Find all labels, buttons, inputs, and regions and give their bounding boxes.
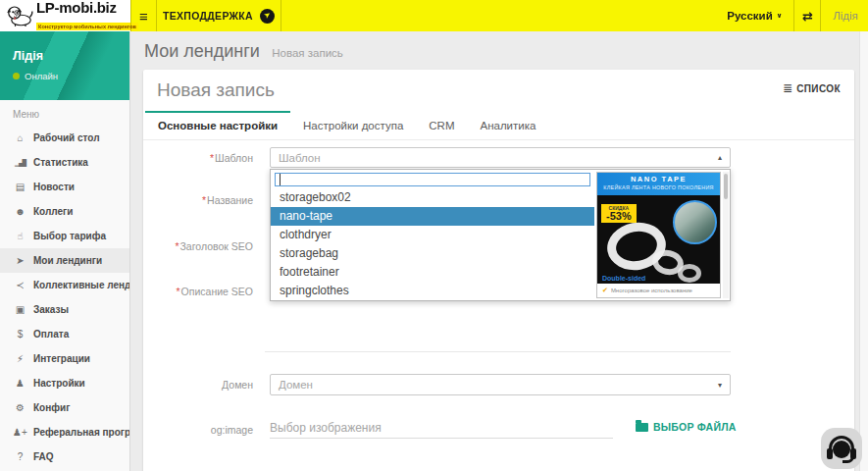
tab-main-settings[interactable]: Основные настройки [145,111,290,139]
profile-name: Лідія [13,49,129,63]
topbar-spacer [281,0,715,31]
sidebar-item-orders[interactable]: ▣Заказы [0,297,129,322]
dropdown-scrollbar[interactable] [723,172,729,298]
section-divider [265,351,731,352]
menu-section-label: Меню [0,100,129,126]
sidebar-menu: ⌂Рабочий стол ▁▄█Статистика ▤Новости ☻Ко… [0,126,129,469]
sidebar-item-integrations[interactable]: ⚡Интеграции [0,346,129,371]
brand-title: LP-mobi.biz [36,0,138,15]
list-button[interactable]: ≣ СПИСОК [783,81,841,95]
rocket-icon: ➤ [13,256,27,266]
headset-icon [829,436,854,461]
name-label: *Название [143,194,253,206]
user-icon: ♟ [13,379,27,389]
option-storagebox02[interactable]: storagebox02 [271,188,594,207]
dashboard-icon: ⌂ [13,133,27,143]
seo-description-label: *Описание SEO [143,286,253,297]
option-footretainer[interactable]: footretainer [271,263,594,282]
breadcrumb: Мои лендинги Новая запись [130,31,868,70]
sidebar-item-tariff[interactable]: ☝Выбор тарифа [0,224,129,248]
dropdown-scrollbar-thumb[interactable] [724,174,728,199]
form-area: *Шаблон *Название *Заголовок SEO *Описан… [143,140,854,471]
folder-icon [636,423,648,432]
users-icon: ☻ [13,207,27,217]
og-image-label: og:image [143,424,253,436]
chevron-down-icon: ▾ [718,381,722,390]
template-options: storagebox02 nano-tape clothdryer storag… [271,188,594,300]
cart-icon: ▣ [13,305,27,315]
file-select-button[interactable]: ВЫБОР ФАЙЛА [636,421,736,433]
sidebar-item-colleagues[interactable]: ☻Коллеги [0,199,129,224]
check-icon: ✔ [602,287,608,294]
language-selector[interactable]: Русский ∨ [715,0,793,31]
option-clothdryer[interactable]: clothdryer [271,226,594,244]
new-record-card: Новая запись ≣ СПИСОК Основные настройки… [143,70,854,471]
og-image-input[interactable] [270,418,613,439]
support-chat-widget[interactable] [821,428,862,469]
topbar-username[interactable]: Лідія [821,0,868,31]
template-dropdown: storagebox02 nano-tape clothdryer storag… [270,169,731,301]
preview-title: NANO TAPE [597,175,720,183]
language-label: Русский [727,10,772,22]
hamburger-icon: ≡ [139,8,148,25]
main-content: Мои лендинги Новая запись Новая запись ≣… [130,31,868,471]
sidebar-item-collective-landings[interactable]: ≺Коллективные лендинги [0,273,129,297]
preview-caption: Double-sided [602,275,645,282]
discount-badge: СКИДКА -53% [601,204,637,223]
sidebar-item-dashboard[interactable]: ⌂Рабочий стол [0,126,129,150]
preview-subtitle: КЛЕЙКАЯ ЛЕНТА НОВОГО ПОКОЛЕНИЯ [597,184,720,190]
sidebar-item-my-landings[interactable]: ➤Мои лендинги [0,248,129,273]
sidebar-item-settings[interactable]: ♟Настройки [0,371,129,395]
tab-access-settings[interactable]: Настройки доступа [290,111,416,139]
dog-logo-icon [5,3,34,28]
telegram-icon: ➤ [260,9,275,24]
sidebar: Лідія Онлайн Меню ⌂Рабочий стол ▁▄█Стати… [0,31,130,471]
brand-logo[interactable]: LP-mobi.biz Конструктор мобильных лендин… [0,0,130,31]
preview-inset-photo [673,200,717,244]
refresh-icon: ⇄ [802,9,813,24]
page-scrollbar[interactable] [859,31,868,471]
share-icon: ≺ [13,281,27,290]
sidebar-item-faq[interactable]: ?FAQ [0,445,129,469]
domain-select[interactable]: Домен ▾ [270,374,731,395]
support-button[interactable]: ТЕХПОДДЕРЖКА ➤ [157,0,281,31]
hand-pointer-icon: ☝ [13,232,27,241]
tab-crm[interactable]: CRM [416,111,467,139]
online-status-dot [13,73,20,79]
page-subtitle: Новая запись [272,47,343,59]
template-search-input[interactable] [275,173,590,186]
sidebar-item-statistics[interactable]: ▁▄█Статистика [0,150,129,175]
tape-roll-graphic [678,264,701,283]
profile-block: Лідія Онлайн [0,31,129,100]
tab-analytics[interactable]: Аналитика [467,111,548,139]
user-plus-icon: ♟+ [13,428,27,438]
brand-tagline: Конструктор мобильных лендингов [36,23,138,30]
card-title: Новая запись [157,79,275,101]
domain-label: Домен [143,379,253,391]
dollar-icon: $ [13,330,27,340]
option-nano-tape[interactable]: nano-tape [271,207,594,226]
plug-icon: ⚡ [13,354,27,364]
option-storagebag[interactable]: storagebag [271,244,594,263]
template-select[interactable]: Шаблон ▴ [270,147,731,168]
page-title: Мои лендинги [144,41,260,61]
option-springclothes[interactable]: springclothes [271,282,594,300]
seo-title-label: *Заголовок SEO [143,240,253,252]
support-label: ТЕХПОДДЕРЖКА [163,10,253,22]
sidebar-item-payment[interactable]: $Оплата [0,322,129,346]
online-status-label: Онлайн [25,71,58,81]
sidebar-item-referral[interactable]: ♟+Реферальная программа [0,420,129,445]
sidebar-item-news[interactable]: ▤Новости [0,175,129,199]
sidebar-item-config[interactable]: ⚙Конфиг [0,395,129,420]
refresh-button[interactable]: ⇄ [794,0,820,31]
question-icon: ? [13,452,27,462]
list-icon: ≣ [783,81,792,95]
chevron-up-icon: ▴ [718,153,722,162]
text-cursor [280,174,281,185]
hamburger-menu-button[interactable]: ≡ [131,0,156,31]
template-preview: NANO TAPE КЛЕЙКАЯ ЛЕНТА НОВОГО ПОКОЛЕНИЯ… [596,172,721,298]
template-label: *Шаблон [143,152,253,164]
topbar: LP-mobi.biz Конструктор мобильных лендин… [0,0,868,31]
tab-bar: Основные настройки Настройки доступа CRM… [143,111,854,140]
bar-chart-icon: ▁▄█ [13,158,27,168]
